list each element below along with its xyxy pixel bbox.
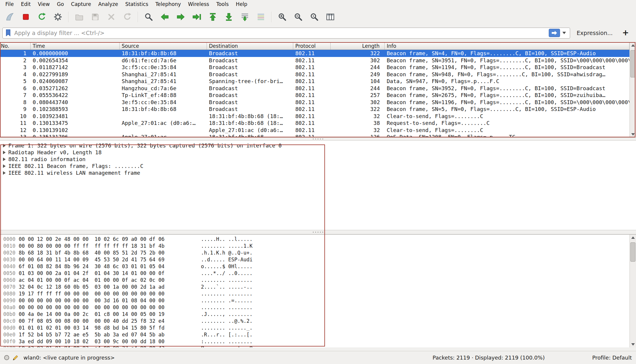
detail-line[interactable]: 802.11 radio information xyxy=(0,156,636,163)
expander-icon[interactable] xyxy=(3,151,6,154)
menu-file[interactable]: File xyxy=(2,1,17,8)
stop-capture-button[interactable] xyxy=(18,9,34,24)
close-file-button[interactable] xyxy=(103,9,119,24)
hex-row[interactable]: 00c000 7f 08 05 00 08 00 00 00 00 40 dd … xyxy=(0,318,629,325)
column-header-no[interactable]: No. xyxy=(0,42,31,50)
hex-row[interactable]: 00e01f 52 b4 b5 b7 72 ae e5 5b ab 3a ed … xyxy=(0,331,629,338)
find-packet-button[interactable] xyxy=(141,9,157,24)
menu-telephony[interactable]: Telephony xyxy=(152,1,185,8)
hex-row[interactable]: 008019 17 ff ff ff 00 00 00 00 00 00 00 … xyxy=(0,290,629,297)
hex-row[interactable]: 010050 f2 02 01 01 84 00 03 a4 00 00 27 … xyxy=(0,345,629,347)
display-filter-field[interactable] xyxy=(2,28,570,39)
packet-row[interactable]: 10.00000000018:31:bf:4b:8b:68Broadcast80… xyxy=(0,50,629,57)
expander-icon[interactable] xyxy=(3,164,6,168)
menu-analyze[interactable]: Analyze xyxy=(95,1,122,8)
open-file-button[interactable] xyxy=(71,9,87,24)
hex-row[interactable]: 009000 00 00 00 00 00 00 00 00 3d 16 01 … xyxy=(0,297,629,304)
menu-capture[interactable]: Capture xyxy=(67,1,95,8)
packet-row[interactable]: 60.035271262Hangzhou_cd:7a:6eBroadcast80… xyxy=(0,85,629,92)
menu-edit[interactable]: Edit xyxy=(17,1,34,8)
menu-statistics[interactable]: Statistics xyxy=(122,1,152,8)
expander-icon[interactable] xyxy=(3,171,6,175)
hex-row[interactable]: 0060ac 04 01 00 00 0f ac 04 01 00 00 0f … xyxy=(0,277,629,284)
expander-icon[interactable] xyxy=(3,158,6,161)
scroll-down-button[interactable] xyxy=(630,341,636,347)
hex-scrollbar[interactable] xyxy=(629,235,636,347)
hex-row[interactable]: 00d001 01 01 02 01 00 03 14 98 d8 bd b4 … xyxy=(0,325,629,331)
column-header-time[interactable]: Time xyxy=(31,42,120,50)
resize-columns-button[interactable] xyxy=(322,9,338,24)
packet-row[interactable]: 120.130139102Apple_27:01:ac (d0:a6:…802.… xyxy=(0,127,629,134)
colorize-button[interactable] xyxy=(253,9,269,24)
go-last-packet-button[interactable] xyxy=(221,9,237,24)
start-capture-button[interactable] xyxy=(2,9,18,24)
column-header-info[interactable]: Info xyxy=(385,42,629,50)
filter-dropdown-button[interactable] xyxy=(560,29,568,37)
hex-row[interactable]: 00208b 68 18 31 bf 4b 8b 68 40 00 85 51 … xyxy=(0,249,629,256)
zoom-out-button[interactable] xyxy=(290,9,306,24)
menu-help[interactable]: Help xyxy=(232,1,251,8)
detail-line[interactable]: IEEE 802.11 wireless LAN management fram… xyxy=(0,169,636,176)
packet-list-scrollbar[interactable] xyxy=(629,42,636,137)
save-file-button[interactable] xyxy=(87,9,103,24)
capture-options-button[interactable] xyxy=(50,9,66,24)
scroll-thumb[interactable] xyxy=(630,242,635,262)
packet-row[interactable]: 130.135131706Apple_27:01:ac18:31:bf:4b:8… xyxy=(0,133,629,137)
hex-row[interactable]: 003000 00 64 00 11 14 00 09 45 53 50 2d … xyxy=(0,256,629,263)
go-back-button[interactable] xyxy=(157,9,173,24)
detail-line[interactable]: Radiotap Header v0, Length 18 xyxy=(0,149,636,156)
scroll-down-button[interactable] xyxy=(630,131,636,137)
scroll-up-button[interactable] xyxy=(630,235,636,241)
packet-row[interactable]: 70.055536422Tp-LinkT_ef:48:88Broadcast80… xyxy=(0,92,629,99)
apply-filter-button[interactable] xyxy=(549,29,560,37)
restart-capture-button[interactable] xyxy=(34,9,50,24)
zoom-reset-button[interactable] xyxy=(306,9,322,24)
scroll-trough[interactable] xyxy=(630,48,636,131)
menu-tools[interactable]: Tools xyxy=(213,1,232,8)
packet-row[interactable]: 100.10392348118:31:bf:4b:8b:68 (18:…802.… xyxy=(0,113,629,120)
menu-wireless[interactable]: Wireless xyxy=(185,1,213,8)
packet-row[interactable]: 80.0804437403e:f5:cc:0e:35:84Broadcast80… xyxy=(0,99,629,106)
detail-line[interactable]: Frame 1: 322 bytes on wire (2576 bits), … xyxy=(0,142,636,149)
expander-icon[interactable] xyxy=(3,144,6,147)
column-header-destination[interactable]: Destination xyxy=(207,42,293,50)
packet-row[interactable]: 30.0118271423c:f5:cc:0e:35:84Broadcast80… xyxy=(0,64,629,71)
profile-text[interactable]: Profile: Default xyxy=(592,355,632,361)
pane-splitter-bottom[interactable] xyxy=(0,230,636,234)
packet-row[interactable]: 110.130133475Apple_27:01:ac (d0:a6:…18:3… xyxy=(0,120,629,127)
detail-line[interactable]: IEEE 802.11 Beacon frame, Flags: .......… xyxy=(0,163,636,169)
filter-bookmark-icon[interactable] xyxy=(5,29,11,37)
packet-row[interactable]: 20.002654354d6:61:fe:cd:7a:6eBroadcast80… xyxy=(0,57,629,64)
hex-row[interactable]: 00406f 01 08 82 84 8b 96 24 30 48 6c 03 … xyxy=(0,263,629,270)
hex-row[interactable]: 00f03a ed dd 09 00 10 18 02 03 00 9c 00 … xyxy=(0,338,629,345)
scroll-trough[interactable] xyxy=(630,241,636,341)
hex-row[interactable]: 00b000 4a 0e 14 00 0a 00 2c 01 c8 00 14 … xyxy=(0,311,629,318)
hex-row[interactable]: 00a000 00 00 00 00 00 00 00 00 00 00 00 … xyxy=(0,304,629,311)
hex-row[interactable]: 007032 04 0c 12 18 60 0b 05 03 00 1a 00 … xyxy=(0,284,629,290)
hex-row[interactable]: 001000 00 80 00 00 00 ff ff ff ff ff ff … xyxy=(0,243,629,249)
capture-comment-pencil-icon[interactable] xyxy=(12,355,19,361)
zoom-in-button[interactable] xyxy=(274,9,290,24)
column-header-protocol[interactable]: Protocol xyxy=(293,42,331,50)
column-header-length[interactable]: Length xyxy=(331,42,385,50)
pane-splitter-top[interactable] xyxy=(0,137,636,141)
display-filter-input[interactable] xyxy=(14,30,549,36)
scroll-thumb[interactable] xyxy=(630,50,635,77)
hex-row[interactable]: 000000 00 12 00 2e 48 00 00 10 02 6c 09 … xyxy=(0,236,629,243)
expression-button[interactable]: Expression... xyxy=(574,30,616,36)
menu-view[interactable]: View xyxy=(34,1,53,8)
packet-row[interactable]: 90.10238859318:31:bf:4b:8b:68Broadcast80… xyxy=(0,106,629,113)
go-to-packet-button[interactable] xyxy=(189,9,205,24)
packet-row[interactable]: 50.024060087Shanghai_27:85:41Spanning-tr… xyxy=(0,78,629,85)
scroll-up-button[interactable] xyxy=(630,42,636,48)
menu-go[interactable]: Go xyxy=(53,1,68,8)
add-filter-button[interactable]: + xyxy=(619,28,634,38)
reload-file-button[interactable] xyxy=(119,9,135,24)
packet-row[interactable]: 40.022799189Shanghai_27:85:41Broadcast80… xyxy=(0,71,629,78)
go-first-packet-button[interactable] xyxy=(205,9,221,24)
column-header-source[interactable]: Source xyxy=(120,42,207,50)
go-forward-button[interactable] xyxy=(173,9,189,24)
hex-row[interactable]: 005001 03 00 00 2a 01 04 2f 01 04 30 14 … xyxy=(0,270,629,277)
auto-scroll-button[interactable] xyxy=(237,9,253,24)
capture-status-icon[interactable] xyxy=(4,355,9,360)
